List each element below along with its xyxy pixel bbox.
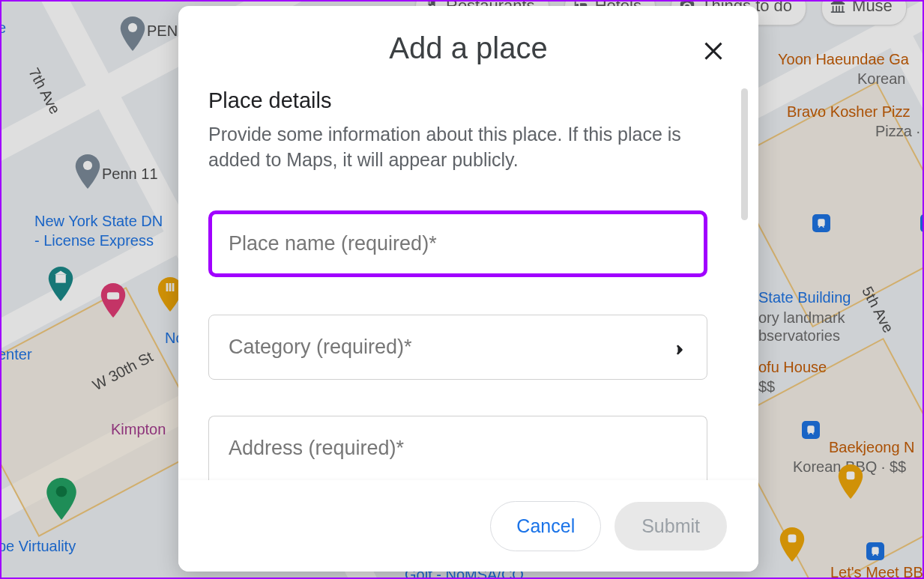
map-poi-label: PEN bbox=[147, 22, 178, 40]
svg-point-1 bbox=[83, 161, 92, 170]
close-icon bbox=[700, 54, 727, 65]
map-pin-hotel-icon bbox=[100, 283, 126, 318]
map-pin-food-icon bbox=[779, 527, 805, 562]
museum-icon bbox=[830, 0, 846, 14]
chip-museums[interactable]: Muse bbox=[821, 0, 907, 25]
svg-rect-7 bbox=[847, 471, 855, 479]
map-poi-label: enter bbox=[0, 346, 32, 363]
modal-title: Add a place bbox=[178, 31, 758, 65]
place-name-input[interactable] bbox=[229, 232, 687, 255]
map-poi-label: Yoon Haeundae Ga bbox=[778, 51, 909, 68]
map-pin-icon bbox=[120, 16, 145, 51]
chevron-right-icon bbox=[672, 339, 687, 354]
section-description: Provide some information about this plac… bbox=[208, 122, 688, 173]
map-poi-label: New York State DN bbox=[34, 213, 163, 230]
map-pin-museum-icon bbox=[48, 267, 73, 301]
map-poi-sublabel: bservatories bbox=[758, 327, 840, 345]
map-poi-sublabel: Pizza · $ bbox=[875, 123, 924, 140]
map-pin-icon bbox=[46, 478, 76, 520]
section-title: Place details bbox=[208, 88, 721, 113]
svg-point-2 bbox=[56, 486, 67, 497]
svg-rect-5 bbox=[107, 292, 119, 299]
map-pin-icon bbox=[75, 154, 100, 189]
category-field[interactable]: Category (required)* bbox=[208, 315, 707, 380]
category-placeholder: Category (required)* bbox=[229, 336, 412, 359]
modal-scroll-area[interactable]: Place details Provide some information a… bbox=[178, 84, 755, 480]
map-poi-label: ofu House bbox=[758, 359, 827, 376]
map-poi-label: pe Virtuality bbox=[0, 538, 76, 555]
map-poi-sublabel: ory landmark bbox=[758, 309, 845, 327]
map-poi-label: Penn 11 bbox=[102, 166, 158, 183]
map-poi-sublabel: $$ bbox=[758, 378, 775, 395]
transit-icon bbox=[812, 214, 830, 232]
transit-icon bbox=[802, 421, 820, 439]
map-poi-sublabel: Korean bbox=[857, 70, 906, 88]
map-pin-food-icon bbox=[838, 464, 863, 499]
map-poi-label: Baekjeong N bbox=[829, 439, 915, 456]
add-place-modal: Add a place Place details Provide some i… bbox=[178, 6, 758, 572]
transit-icon bbox=[866, 542, 884, 560]
map-poi-sublabel: Korean BBQ · $$ bbox=[793, 458, 906, 476]
map-poi-label: Let's Meet BBQ bbox=[830, 564, 924, 579]
map-road-label: W 30th St bbox=[90, 348, 156, 395]
submit-button[interactable]: Submit bbox=[615, 502, 727, 551]
chip-label: Muse bbox=[852, 0, 893, 15]
map-poi-label: e bbox=[0, 19, 6, 37]
address-placeholder: Address (required)* bbox=[229, 437, 404, 460]
map-road-label: 5th Ave bbox=[858, 284, 896, 336]
map-poi-label: State Building bbox=[758, 289, 851, 306]
map-poi-label: Kimpton bbox=[111, 421, 166, 438]
svg-rect-3 bbox=[55, 275, 66, 283]
transit-icon bbox=[920, 214, 924, 232]
map-poi-label: Bravo Kosher Pizz bbox=[787, 103, 911, 121]
place-name-field[interactable] bbox=[208, 210, 707, 277]
cancel-button[interactable]: Cancel bbox=[490, 501, 601, 551]
map-road-label: 7th Ave bbox=[25, 65, 63, 117]
svg-point-0 bbox=[128, 23, 137, 32]
address-field[interactable]: Address (required)* bbox=[208, 416, 707, 481]
svg-marker-4 bbox=[55, 270, 67, 274]
modal-footer: Cancel Submit bbox=[178, 480, 758, 572]
svg-rect-6 bbox=[788, 534, 797, 542]
scrollbar-thumb[interactable] bbox=[741, 88, 748, 220]
close-button[interactable] bbox=[700, 36, 727, 63]
map-poi-label: - License Express bbox=[34, 232, 154, 249]
